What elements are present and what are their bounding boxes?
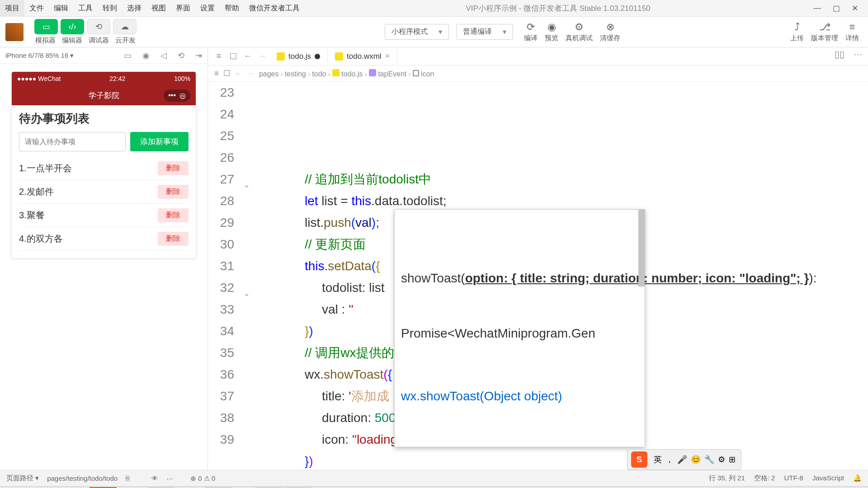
menu-转到[interactable]: 转到 (98, 0, 122, 17)
compile-mode-select[interactable]: 小程序模式 (385, 24, 449, 40)
notifications-icon[interactable]: 🔔 (853, 474, 862, 483)
delete-button[interactable]: 删除 (158, 185, 189, 199)
todo-item: 4.的双方各删除 (19, 227, 189, 251)
simulator-btn[interactable]: ▭ (34, 19, 58, 34)
encoding-setting[interactable]: UTF-8 (784, 474, 803, 483)
page-path-label[interactable]: 页面路径 ▾ (6, 474, 39, 483)
copy-path-icon[interactable]: ⎘ (126, 474, 130, 482)
delete-button[interactable]: 删除 (158, 232, 189, 246)
sim-screenshot-icon[interactable]: ▭ (124, 51, 132, 61)
split-editor-icon[interactable]: ▯▯ (835, 49, 844, 60)
close-icon[interactable]: ✕ (850, 2, 860, 15)
menu-选择[interactable]: 选择 (122, 0, 146, 17)
debugger-btn[interactable]: ⟲ (87, 19, 110, 34)
cursor-position[interactable]: 行 35, 列 21 (709, 474, 745, 483)
minimize-icon[interactable]: — (811, 2, 823, 15)
cloud-btn[interactable]: ☁ (113, 19, 137, 34)
page-title: 待办事项列表 (12, 105, 196, 132)
sogou-icon[interactable]: S (631, 451, 647, 468)
status-more-icon[interactable]: ⋯ (166, 474, 173, 483)
remote-debug-button[interactable]: 真机调试 (566, 34, 593, 42)
menu-设置[interactable]: 设置 (195, 0, 220, 17)
menu-视图[interactable]: 视图 (146, 0, 171, 17)
explorer-icon[interactable]: ≡ (212, 52, 226, 61)
indent-setting[interactable]: 空格: 2 (754, 474, 775, 483)
todo-list: 1.一点半开会删除2.发邮件删除3.聚餐删除4.的双方各删除 (12, 157, 196, 258)
phone-simulator: ●●●●● WeChat 22:42 100% 学子影院 •••◎ 待办事项列表… (12, 72, 196, 258)
sim-record-icon[interactable]: ◉ (142, 51, 150, 61)
todo-input[interactable] (19, 132, 126, 151)
breadcrumb[interactable]: ≡☐ ←→ pages›testing›todo› todo.js› tapEv… (208, 66, 868, 82)
device-selector[interactable]: iPhone 6/7/8 85% 16 ▾ (5, 52, 74, 60)
menu-帮助[interactable]: 帮助 (220, 0, 244, 17)
menu-项目[interactable]: 项目 (0, 0, 24, 17)
file-tab-todo.js[interactable]: todo.js (269, 48, 328, 65)
delete-button[interactable]: 删除 (158, 161, 189, 175)
todo-item: 3.聚餐删除 (19, 204, 189, 227)
todo-item: 1.一点半开会删除 (19, 157, 189, 180)
forward-icon[interactable]: → (255, 52, 269, 61)
menu-微信开发者工具[interactable]: 微信开发者工具 (244, 0, 305, 17)
doc-link[interactable]: wx.showToast(Object object) (401, 387, 638, 406)
upload-button[interactable]: 上传 (790, 34, 804, 42)
menu-文件[interactable]: 文件 (24, 0, 49, 17)
editor-btn[interactable]: ‹/› (61, 19, 84, 34)
signature-help-popup: showToast(option: { title: string; durat… (394, 209, 645, 447)
language-mode[interactable]: JavaScript (812, 474, 844, 483)
code-editor: 2324252627282930313233343536373839 ⌄⌄ sh… (208, 82, 868, 470)
file-tab-todo.wxml[interactable]: todo.wxml× (328, 48, 397, 65)
sim-rotate-icon[interactable]: ⟲ (178, 51, 184, 61)
maximize-icon[interactable]: ▢ (831, 2, 842, 15)
back-icon[interactable]: ← (241, 52, 255, 61)
capsule-close-icon[interactable]: ◎ (179, 91, 186, 100)
compile-button[interactable]: 编译 (524, 34, 538, 42)
sim-pop-icon[interactable]: ⇥ (195, 51, 202, 61)
todo-item: 2.发邮件删除 (19, 180, 189, 204)
add-todo-button[interactable]: 添加新事项 (130, 132, 189, 151)
detail-button[interactable]: 详情 (845, 34, 859, 42)
status-bar: 页面路径 ▾ pages/testing/todo/todo ⎘ 👁 ⋯ ⊗ 0… (0, 470, 868, 486)
preview-toggle-icon[interactable]: 👁 (151, 474, 158, 482)
menu-编辑[interactable]: 编辑 (49, 0, 73, 17)
project-avatar[interactable] (5, 23, 24, 41)
menu-界面[interactable]: 界面 (171, 0, 195, 17)
ime-toolbar[interactable]: S 英，🎤😊🔧⚙⊞ (627, 449, 741, 470)
bookmark-icon[interactable]: ☐ (226, 52, 241, 61)
sim-mute-icon[interactable]: ◁ (160, 51, 167, 61)
menu-工具[interactable]: 工具 (73, 0, 98, 17)
mode-toggle: ▭ ‹/› ⟲ ☁ 模拟器 编辑器 调试器 云开发 (34, 19, 137, 45)
version-button[interactable]: 版本管理 (811, 34, 838, 42)
compile-type-select[interactable]: 普通编译 (456, 24, 513, 40)
menu-bar: 项目文件编辑工具转到选择视图界面设置帮助微信开发者工具 (0, 0, 305, 17)
preview-button[interactable]: 预览 (545, 34, 558, 42)
clear-cache-button[interactable]: 清缓存 (600, 34, 620, 42)
editor-more-icon[interactable]: ⋯ (854, 49, 863, 60)
capsule-menu-icon[interactable]: ••• (168, 91, 176, 100)
window-title: VIP小程序示例 - 微信开发者工具 Stable 1.03.2101150 (305, 3, 811, 14)
windows-taskbar: ⊞ ▭ ○ ▬ 📁 🌐 ◫ ⋈ X ▶ 💬 ^ 🔊 📶 英 S 💬 (0, 486, 868, 488)
delete-button[interactable]: 删除 (158, 208, 189, 222)
popup-scrollbar[interactable] (638, 210, 645, 286)
nav-title: 学子影院 (89, 90, 119, 101)
